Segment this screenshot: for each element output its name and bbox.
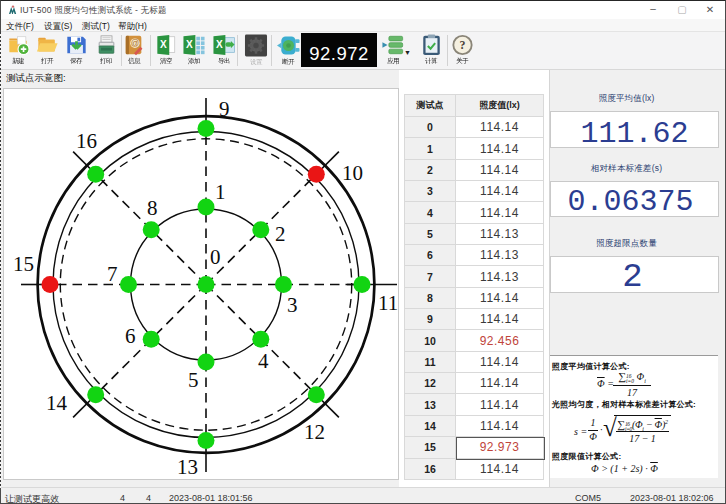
svg-text:12: 12: [304, 420, 325, 444]
svg-text:@: @: [131, 39, 139, 48]
svg-text:0: 0: [210, 245, 221, 269]
svg-text:X: X: [216, 39, 223, 50]
svg-text:1: 1: [215, 180, 226, 204]
svg-text:4: 4: [258, 349, 269, 373]
svg-text:10: 10: [342, 161, 363, 185]
svg-text:11: 11: [378, 291, 398, 315]
svg-text:9: 9: [219, 97, 230, 121]
svg-text:8: 8: [147, 196, 158, 220]
svg-text:5: 5: [188, 368, 199, 392]
svg-text:?: ?: [459, 38, 465, 52]
svg-text:13: 13: [177, 455, 198, 479]
svg-text:3: 3: [287, 293, 298, 317]
svg-text:7: 7: [107, 262, 118, 286]
svg-text:X: X: [186, 39, 193, 50]
svg-text:X: X: [159, 39, 166, 50]
svg-text:2: 2: [275, 222, 286, 246]
svg-text:15: 15: [13, 252, 34, 276]
svg-text:14: 14: [46, 391, 68, 415]
svg-text:6: 6: [125, 324, 136, 348]
svg-text:16: 16: [76, 129, 97, 153]
